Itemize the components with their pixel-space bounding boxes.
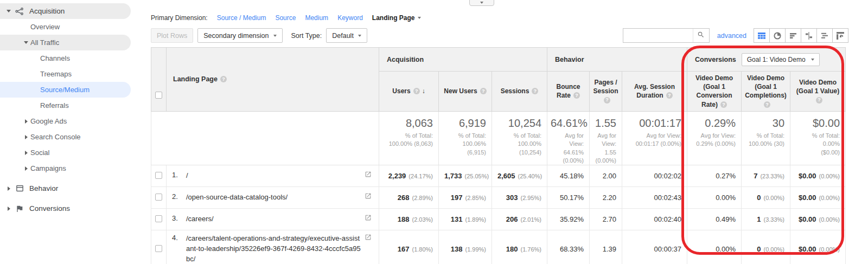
column-header-pages-session[interactable]: Pages / Session? xyxy=(590,72,622,112)
summary-sub-label: Avg for View: xyxy=(626,132,681,140)
column-header-avg-session-duration[interactable]: Avg. Session Duration? xyxy=(622,72,687,112)
sidebar-item-overview[interactable]: Overview xyxy=(0,19,131,35)
report-main: Primary Dimension: Source / Medium Sourc… xyxy=(131,0,868,264)
advanced-search-link[interactable]: advanced xyxy=(717,32,746,40)
column-header-landing-page[interactable]: Landing Page? xyxy=(167,48,379,112)
summary-bounce-rate: 64.61% Avg for View: 64.61% (0.00%) xyxy=(547,111,590,165)
search-input[interactable] xyxy=(623,29,693,42)
caret-right-icon xyxy=(4,186,13,191)
sidebar-item-social[interactable]: Social xyxy=(0,145,131,160)
metric-value: 00:00:37 xyxy=(654,245,681,253)
dimension-link-keyword[interactable]: Keyword xyxy=(337,14,363,22)
sidebar-item-campaigns[interactable]: Campaigns xyxy=(0,160,131,176)
sidebar-item-acquisition[interactable]: Acquisition xyxy=(0,3,131,19)
secondary-dimension-button[interactable]: Secondary dimension xyxy=(197,28,282,43)
chevron-down-icon xyxy=(273,35,277,37)
sort-type-button[interactable]: Default xyxy=(326,28,367,43)
plot-rows-button[interactable]: Plot Rows xyxy=(151,28,193,43)
cell-bounce-rate: 45.18% xyxy=(547,165,590,187)
help-icon[interactable]: ? xyxy=(532,88,538,94)
metric-percent: (2.95%) xyxy=(520,195,541,201)
sidebar-item-label: Google Ads xyxy=(30,117,67,125)
column-header-sessions[interactable]: Sessions? xyxy=(492,72,547,112)
help-icon[interactable]: ? xyxy=(764,101,770,108)
sidebar-item-referrals[interactable]: Referrals xyxy=(0,98,131,113)
open-in-new-icon[interactable] xyxy=(365,214,373,221)
column-header-users[interactable]: Users?↓ xyxy=(379,72,439,112)
help-icon[interactable]: ? xyxy=(480,88,487,94)
sidebar-item-google-ads[interactable]: Google Ads xyxy=(0,113,131,129)
term-cloud-view-icon[interactable] xyxy=(816,28,833,43)
cell-goal-completions: 0(0.00%) xyxy=(742,230,790,264)
summary-sub-label: % of Total: xyxy=(382,132,433,140)
table-toolbar: Plot Rows Secondary dimension Sort Type:… xyxy=(151,28,848,43)
column-header-bounce-rate[interactable]: Bounce Rate? xyxy=(547,72,590,112)
open-in-new-icon[interactable] xyxy=(365,192,373,199)
cell-pages-session: 2.70 xyxy=(590,209,622,230)
help-icon[interactable]: ? xyxy=(573,92,580,99)
cell-goal-conversion-rate: 0.00% xyxy=(687,187,742,209)
row-index: 4. xyxy=(172,234,186,242)
summary-empty-cell xyxy=(151,111,379,165)
help-icon[interactable]: ? xyxy=(220,76,227,82)
summary-value: 0.29% xyxy=(691,117,736,130)
chart-collapse-button[interactable] xyxy=(469,0,494,6)
landing-page-link[interactable]: /careers/ xyxy=(186,214,361,224)
metric-percent: (25.40%) xyxy=(518,173,542,179)
pivot-view-icon[interactable] xyxy=(832,28,848,43)
cell-goal-completions: 7(23.33%) xyxy=(742,165,790,187)
group-header-conversions: Conversions Goal 1: Video Demo xyxy=(687,48,846,72)
sidebar-item-label: Search Console xyxy=(30,133,81,141)
metric-value: 206 xyxy=(506,215,518,223)
landing-page-link[interactable]: /open-source-data-catalog-tools/ xyxy=(186,192,361,203)
sidebar-item-source-medium[interactable]: Source/Medium xyxy=(0,82,131,98)
performance-view-icon[interactable] xyxy=(785,28,801,43)
landing-page-link[interactable]: /careers/talent-operations-and-strategy/… xyxy=(186,234,361,264)
metric-value: 188 xyxy=(398,215,410,223)
row-checkbox[interactable] xyxy=(155,215,162,222)
goal-selector-dropdown[interactable]: Goal 1: Video Demo xyxy=(742,53,820,66)
search-button[interactable] xyxy=(693,29,709,42)
column-header-goal-completions[interactable]: Video Demo (Goal 1 Completions)? xyxy=(742,72,790,112)
sidebar-item-treemaps[interactable]: Treemaps xyxy=(0,66,131,82)
cell-goal-completions: 0(0.00%) xyxy=(742,187,790,209)
percentage-view-icon[interactable] xyxy=(769,28,786,43)
sidebar-item-behavior[interactable]: Behavior xyxy=(0,181,131,196)
dimension-link-medium[interactable]: Medium xyxy=(305,14,328,22)
column-header-goal-value[interactable]: Video Demo (Goal 1 Value)? xyxy=(790,72,846,112)
cell-sessions: 303(2.95%) xyxy=(492,187,547,209)
summary-value: $0.00 xyxy=(794,117,840,130)
landing-page-link[interactable]: / xyxy=(186,171,361,181)
dimension-link-source[interactable]: Source xyxy=(275,14,296,22)
open-in-new-icon[interactable] xyxy=(365,171,373,178)
dimension-selected-label: Landing Page xyxy=(372,14,415,22)
column-label: Sessions xyxy=(501,87,529,95)
table-view-icon[interactable] xyxy=(754,28,770,43)
sidebar-item-conversions[interactable]: Conversions xyxy=(0,201,131,216)
open-in-new-icon[interactable] xyxy=(365,234,373,241)
select-all-checkbox[interactable] xyxy=(155,92,162,99)
row-checkbox-cell xyxy=(151,187,167,209)
sidebar-item-search-console[interactable]: Search Console xyxy=(0,129,131,145)
cell-goal-value: $0.00(0.00%) xyxy=(790,165,846,187)
dimension-selected-landing-page[interactable]: Landing Page xyxy=(372,14,421,22)
help-icon[interactable]: ? xyxy=(666,92,673,99)
sidebar-item-channels[interactable]: Channels xyxy=(0,50,131,66)
column-header-new-users[interactable]: New Users? xyxy=(439,72,492,112)
metric-value: 0 xyxy=(757,245,761,253)
column-label: Video Demo (Goal 1 Value) xyxy=(796,79,839,95)
sidebar-item-all-traffic[interactable]: All Traffic xyxy=(0,35,131,50)
help-icon[interactable]: ? xyxy=(720,101,727,108)
row-checkbox[interactable] xyxy=(155,194,162,201)
help-icon[interactable]: ? xyxy=(816,97,822,104)
summary-sub-value: 00:01:17 (0.00%) xyxy=(626,140,681,148)
help-icon[interactable]: ? xyxy=(604,97,610,104)
row-checkbox[interactable] xyxy=(155,172,162,179)
dimension-link-source-medium[interactable]: Source / Medium xyxy=(217,14,266,22)
help-icon[interactable]: ? xyxy=(413,88,420,94)
metric-percent: (0.00%) xyxy=(763,246,784,253)
row-checkbox[interactable] xyxy=(155,245,162,252)
metric-value: 00:02:02 xyxy=(654,172,681,180)
column-header-goal-conversion-rate[interactable]: Video Demo (Goal 1 Conversion Rate)? xyxy=(687,72,742,112)
comparison-view-icon[interactable] xyxy=(801,28,817,43)
